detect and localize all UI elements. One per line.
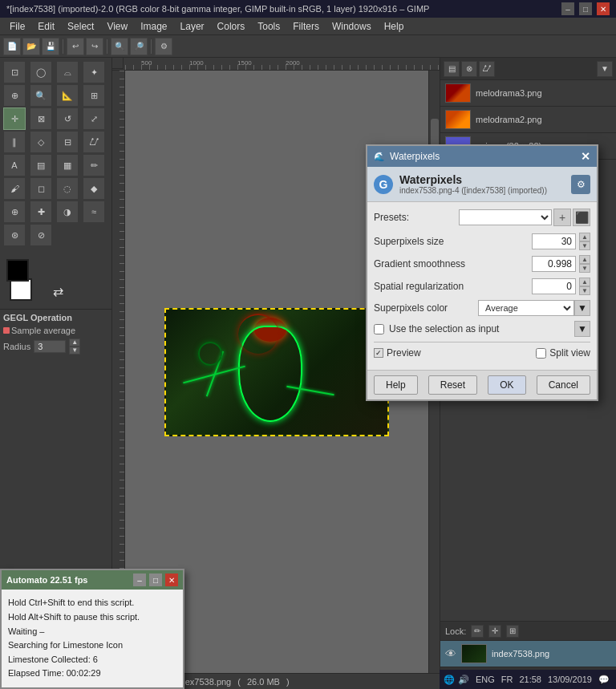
layers-icon[interactable]: ▤ xyxy=(444,61,460,77)
perspective-tool[interactable]: ◇ xyxy=(30,131,52,153)
wp-split-view-checkbox[interactable] xyxy=(536,348,546,359)
lock-position-button[interactable]: ✛ xyxy=(488,625,501,638)
auto-maximize-button[interactable]: □ xyxy=(149,573,162,586)
gegl-radius-input[interactable]: 3 xyxy=(34,340,66,353)
convolve-tool[interactable]: ⊛ xyxy=(3,224,26,246)
color-picker-tool[interactable]: ⊕ xyxy=(3,84,26,107)
open-file-button[interactable]: 📂 xyxy=(22,38,40,55)
transform-tool[interactable]: ⊟ xyxy=(56,131,79,153)
wp-presets-add-button[interactable]: + xyxy=(553,209,571,226)
rectangle-select-tool[interactable]: ⊡ xyxy=(3,61,26,83)
measure-tool[interactable]: 📐 xyxy=(56,84,79,107)
pencil-tool[interactable]: ✏ xyxy=(83,154,105,176)
ink-tool[interactable]: ◆ xyxy=(83,177,105,200)
background-color-swatch[interactable] xyxy=(10,278,32,301)
maximize-button[interactable]: □ xyxy=(579,2,592,15)
dodge-burn-tool[interactable]: ◑ xyxy=(56,201,79,223)
wp-selection-checkbox[interactable] xyxy=(374,324,384,334)
layer-item-melodrama2[interactable]: melodrama2.png xyxy=(440,107,616,133)
wp-selection-dropdown[interactable]: ▼ xyxy=(574,321,590,337)
canvas-circle-1 xyxy=(198,342,222,366)
wp-superpixels-size-input[interactable] xyxy=(532,233,576,249)
lock-pixels-button[interactable]: ✏ xyxy=(471,625,484,638)
scale-tool[interactable]: ⤢ xyxy=(83,107,105,130)
menu-tools[interactable]: Tools xyxy=(251,19,286,34)
wp-ok-button[interactable]: OK xyxy=(488,375,525,395)
wp-presets-save-button[interactable]: ⬛ xyxy=(573,209,590,226)
text-tool[interactable]: A xyxy=(3,154,26,176)
wp-superpixels-size-up[interactable]: ▲ xyxy=(579,233,590,241)
new-file-button[interactable]: 📄 xyxy=(3,38,21,55)
wp-spatial-label: Spatial regularization xyxy=(374,281,529,292)
settings-button[interactable]: ⚙ xyxy=(155,38,172,55)
clone-tool[interactable]: ⊕ xyxy=(3,201,26,223)
lasso-tool[interactable]: ⌓ xyxy=(56,61,79,83)
menu-view[interactable]: View xyxy=(100,19,134,34)
menu-help[interactable]: Help xyxy=(378,19,411,34)
menu-layer[interactable]: Layer xyxy=(174,19,211,34)
layer-item-melodrama3[interactable]: melodrama3.png xyxy=(440,80,616,107)
menu-edit[interactable]: Edit xyxy=(31,19,61,34)
ellipse-select-tool[interactable]: ◯ xyxy=(30,61,52,83)
rotate-tool[interactable]: ↺ xyxy=(56,107,79,130)
wp-gradient-up[interactable]: ▲ xyxy=(579,255,590,264)
foreground-color-swatch[interactable] xyxy=(6,259,29,282)
wp-gradient-down[interactable]: ▼ xyxy=(579,264,590,273)
menu-image[interactable]: Image xyxy=(134,19,173,34)
zoom-out-button[interactable]: 🔎 xyxy=(130,38,148,55)
panel-menu-icon[interactable]: ▼ xyxy=(597,61,613,77)
paintbrush-tool[interactable]: 🖌 xyxy=(3,177,26,200)
save-button[interactable]: 💾 xyxy=(42,38,59,55)
wp-superpixels-color-dropdown[interactable]: ▼ xyxy=(574,300,590,316)
eraser-tool[interactable]: ◻ xyxy=(30,177,52,200)
menu-select[interactable]: Select xyxy=(61,19,100,34)
smudge-tool[interactable]: ≈ xyxy=(83,201,105,223)
gegl-radius-down[interactable]: ▼ xyxy=(69,347,80,355)
move-tool active[interactable]: ✛ xyxy=(3,107,26,130)
align-tool[interactable]: ⊞ xyxy=(83,84,105,107)
blend-tool[interactable]: ▦ xyxy=(56,154,79,176)
canvas-filesize: ( xyxy=(237,677,241,687)
bucket-fill-tool[interactable]: ▤ xyxy=(30,154,52,176)
menu-filters[interactable]: Filters xyxy=(286,19,326,34)
wp-spatial-input[interactable] xyxy=(532,278,576,294)
gegl-radius-up[interactable]: ▲ xyxy=(69,338,80,347)
menu-colors[interactable]: Colors xyxy=(211,19,252,34)
auto-ctrl-shift-msg: Hold Ctrl+Shift to end this script. xyxy=(8,596,176,610)
redo-button[interactable]: ↪ xyxy=(86,38,103,55)
menu-windows[interactable]: Windows xyxy=(326,19,378,34)
swap-colors-icon[interactable]: ⇄ xyxy=(53,284,63,299)
paths-tool[interactable]: ⌰ xyxy=(83,131,105,153)
wp-cancel-button[interactable]: Cancel xyxy=(537,375,590,395)
zoom-tool[interactable]: 🔍 xyxy=(30,84,52,107)
wp-presets-select[interactable] xyxy=(459,209,552,225)
wp-gradient-input[interactable] xyxy=(532,256,576,272)
shear-tool[interactable]: ∥ xyxy=(3,131,26,153)
auto-close-button[interactable]: ✕ xyxy=(165,573,178,586)
paths-panel-icon[interactable]: ⌰ xyxy=(479,61,495,77)
wp-superpixels-size-down[interactable]: ▼ xyxy=(579,241,590,250)
magic-wand-tool[interactable]: ✦ xyxy=(83,61,105,83)
wp-close-button[interactable]: ✕ xyxy=(581,150,590,163)
wp-spatial-down[interactable]: ▼ xyxy=(579,286,590,295)
layer-visibility-button[interactable]: 👁 xyxy=(445,647,456,660)
wp-reset-button[interactable]: Reset xyxy=(428,375,477,395)
minimize-button[interactable]: – xyxy=(561,2,574,15)
auto-minimize-button[interactable]: – xyxy=(133,573,146,586)
wp-preview-checkbox[interactable]: ✓ xyxy=(374,348,383,358)
airbrush-tool[interactable]: ◌ xyxy=(56,177,79,200)
menu-file[interactable]: File xyxy=(3,19,31,34)
healing-tool[interactable]: ✚ xyxy=(30,201,52,223)
close-button[interactable]: ✕ xyxy=(597,2,610,15)
active-layer[interactable]: 👁 index7538.png xyxy=(440,640,616,667)
wp-superpixels-color-select[interactable]: Average Random xyxy=(478,300,574,316)
undo-button[interactable]: ↩ xyxy=(67,38,84,55)
crop-tool[interactable]: ⊠ xyxy=(30,107,52,130)
channels-icon[interactable]: ⊗ xyxy=(461,61,477,77)
color-balance-tool[interactable]: ⊘ xyxy=(30,224,52,246)
wp-settings-icon[interactable]: ⚙ xyxy=(571,175,590,194)
lock-alpha-button[interactable]: ⊞ xyxy=(506,625,519,638)
zoom-in-button[interactable]: 🔍 xyxy=(111,38,128,55)
wp-spatial-up[interactable]: ▲ xyxy=(579,278,590,286)
wp-help-button[interactable]: Help xyxy=(374,375,418,395)
